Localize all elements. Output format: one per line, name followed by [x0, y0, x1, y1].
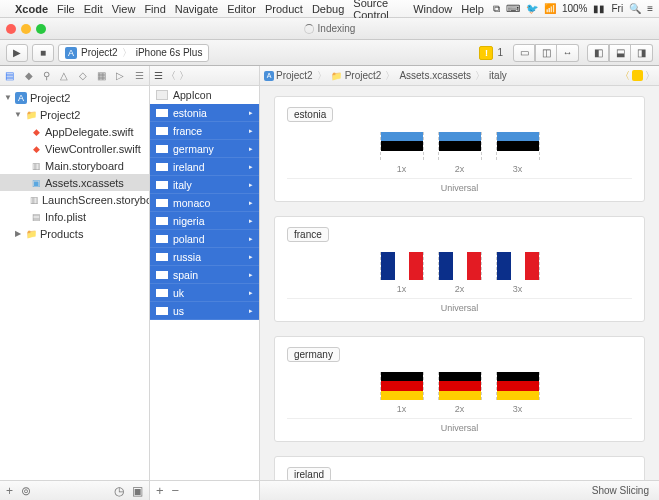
asset-row-russia[interactable]: russia▸ — [150, 248, 259, 266]
nav-tab-test[interactable]: ◇ — [79, 70, 87, 81]
asset-row-nigeria[interactable]: nigeria▸ — [150, 212, 259, 230]
asset-group-title[interactable]: france — [287, 227, 329, 242]
scm-filter-icon[interactable]: ▣ — [132, 484, 143, 498]
image-slot[interactable] — [380, 372, 424, 400]
nav-forward-button[interactable]: 〉 — [179, 69, 189, 83]
asset-add-button[interactable]: + — [156, 483, 164, 498]
crumb-group[interactable]: 📁Project2 — [331, 70, 382, 82]
image-slot[interactable] — [438, 252, 482, 280]
menu-navigate[interactable]: Navigate — [175, 3, 218, 15]
image-well-2x[interactable]: 2x — [438, 252, 482, 294]
asset-group-title[interactable]: ireland — [287, 467, 331, 480]
asset-group-title[interactable]: germany — [287, 347, 340, 362]
menu-extra-icon[interactable]: ≡ — [647, 3, 653, 14]
battery-icon[interactable]: ▮▮ — [593, 3, 605, 14]
toggle-navigator-button[interactable]: ◧ — [587, 44, 609, 62]
search-icon[interactable]: 🔍 — [629, 3, 641, 14]
menu-editor[interactable]: Editor — [227, 3, 256, 15]
image-slot[interactable] — [496, 252, 540, 280]
asset-row-appicon[interactable]: AppIcon — [150, 86, 259, 104]
clock-filter-icon[interactable]: ◷ — [114, 484, 124, 498]
asset-remove-button[interactable]: − — [172, 483, 180, 498]
nav-tab-symbol[interactable]: ◆ — [25, 70, 33, 81]
editor-standard-button[interactable]: ▭ — [513, 44, 535, 62]
nav-tab-issue[interactable]: △ — [60, 70, 68, 81]
show-slicing-button[interactable]: Show Slicing — [592, 485, 649, 496]
nav-back-button[interactable]: 〈 — [620, 69, 630, 83]
editor-version-button[interactable]: ↔ — [557, 44, 579, 62]
scheme-selector[interactable]: A Project2 〉 iPhone 6s Plus — [58, 44, 209, 62]
nav-tab-project[interactable]: ▤ — [5, 70, 14, 81]
menu-debug[interactable]: Debug — [312, 3, 344, 15]
stop-button[interactable]: ■ — [32, 44, 54, 62]
zoom-window-button[interactable] — [36, 24, 46, 34]
dropbox-icon[interactable]: ⧉ — [493, 3, 500, 15]
nav-tab-find[interactable]: ⚲ — [43, 70, 50, 81]
nav-tab-report[interactable]: ☰ — [135, 70, 144, 81]
image-slot[interactable] — [380, 132, 424, 160]
add-button[interactable]: + — [6, 484, 13, 498]
nav-forward-button[interactable]: 〉 — [645, 69, 655, 83]
asset-detail-scroll[interactable]: estonia1x2x3xUniversalfrance1x2x3xUniver… — [260, 86, 659, 480]
group-products[interactable]: ▶📁 Products — [0, 225, 149, 242]
twitter-icon[interactable]: 🐦 — [526, 3, 538, 14]
asset-row-us[interactable]: us▸ — [150, 302, 259, 320]
image-slot[interactable] — [438, 372, 482, 400]
menu-xcode[interactable]: Xcode — [15, 3, 48, 15]
toggle-inspector-button[interactable]: ◨ — [631, 44, 653, 62]
file-viewcontroller[interactable]: ◆ ViewController.swift — [0, 140, 149, 157]
crumb-project[interactable]: AProject2 — [264, 70, 313, 81]
clock-day[interactable]: Fri — [611, 3, 623, 14]
filter-button[interactable]: ⊚ — [21, 484, 31, 498]
file-mainstoryboard[interactable]: ▥ Main.storyboard — [0, 157, 149, 174]
asset-row-estonia[interactable]: estonia▸ — [150, 104, 259, 122]
keyboard-icon[interactable]: ⌨ — [506, 3, 520, 14]
asset-row-france[interactable]: france▸ — [150, 122, 259, 140]
image-slot[interactable] — [496, 372, 540, 400]
asset-row-poland[interactable]: poland▸ — [150, 230, 259, 248]
crumb-assets[interactable]: Assets.xcassets — [399, 70, 471, 81]
asset-row-uk[interactable]: uk▸ — [150, 284, 259, 302]
issues-warning-badge[interactable]: ! — [479, 46, 493, 60]
menu-window[interactable]: Window — [413, 3, 452, 15]
issues-warning-icon[interactable] — [632, 70, 643, 81]
editor-assistant-button[interactable]: ◫ — [535, 44, 557, 62]
nav-tab-breakpoint[interactable]: ▷ — [116, 70, 124, 81]
menu-help[interactable]: Help — [461, 3, 484, 15]
close-window-button[interactable] — [6, 24, 16, 34]
group-project2[interactable]: ▼📁 Project2 — [0, 106, 149, 123]
nav-tab-debug[interactable]: ▦ — [97, 70, 106, 81]
menu-find[interactable]: Find — [144, 3, 165, 15]
image-slot[interactable] — [438, 132, 482, 160]
related-items-button[interactable]: ☰ — [154, 70, 163, 81]
menu-view[interactable]: View — [112, 3, 136, 15]
image-well-1x[interactable]: 1x — [380, 252, 424, 294]
asset-row-monaco[interactable]: monaco▸ — [150, 194, 259, 212]
image-well-2x[interactable]: 2x — [438, 132, 482, 174]
wifi-icon[interactable]: 📶 — [544, 3, 556, 14]
image-well-3x[interactable]: 3x — [496, 132, 540, 174]
asset-row-italy[interactable]: italy▸ — [150, 176, 259, 194]
image-well-1x[interactable]: 1x — [380, 132, 424, 174]
toggle-debug-button[interactable]: ⬓ — [609, 44, 631, 62]
image-well-2x[interactable]: 2x — [438, 372, 482, 414]
menu-product[interactable]: Product — [265, 3, 303, 15]
menu-edit[interactable]: Edit — [84, 3, 103, 15]
image-well-1x[interactable]: 1x — [380, 372, 424, 414]
image-slot[interactable] — [496, 132, 540, 160]
minimize-window-button[interactable] — [21, 24, 31, 34]
nav-back-button[interactable]: 〈 — [166, 69, 176, 83]
crumb-item[interactable]: italy — [489, 70, 507, 81]
asset-row-germany[interactable]: germany▸ — [150, 140, 259, 158]
asset-group-title[interactable]: estonia — [287, 107, 333, 122]
file-appdelegate[interactable]: ◆ AppDelegate.swift — [0, 123, 149, 140]
image-well-3x[interactable]: 3x — [496, 372, 540, 414]
image-well-3x[interactable]: 3x — [496, 252, 540, 294]
run-button[interactable]: ▶ — [6, 44, 28, 62]
file-assets[interactable]: ▣ Assets.xcassets — [0, 174, 149, 191]
image-slot[interactable] — [380, 252, 424, 280]
file-launchscreen[interactable]: ▥ LaunchScreen.storyboard — [0, 191, 149, 208]
asset-row-ireland[interactable]: ireland▸ — [150, 158, 259, 176]
menu-file[interactable]: File — [57, 3, 75, 15]
project-root[interactable]: ▼A Project2 — [0, 89, 149, 106]
